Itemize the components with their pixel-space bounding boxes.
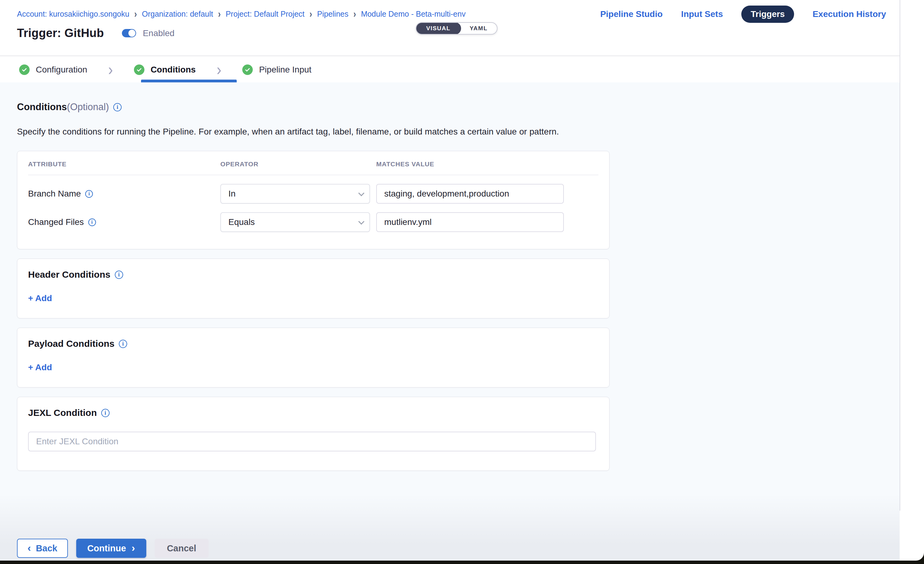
conditions-panel: Conditions (Optional) i Specify the cond… — [0, 82, 900, 561]
check-icon — [242, 64, 253, 75]
enabled-label: Enabled — [143, 28, 175, 38]
pipeline-top-nav: Pipeline Studio Input Sets Triggers Exec… — [600, 6, 886, 23]
payload-conditions-title: Payload Conditions — [28, 339, 114, 349]
jexl-condition-title: JEXL Condition — [28, 408, 97, 418]
breadcrumb: Account: kurosakiichigo.songoku › Organi… — [17, 9, 466, 19]
tab-label: Configuration — [36, 65, 87, 75]
continue-button-label: Continue — [87, 543, 126, 554]
nav-input-sets[interactable]: Input Sets — [681, 9, 723, 19]
conditions-description: Specify the conditions for running the P… — [17, 127, 900, 136]
toggle-knob — [128, 30, 135, 37]
tab-label: Conditions — [151, 65, 196, 75]
breadcrumb-separator-icon: › — [218, 8, 220, 20]
selected-operator: In — [228, 189, 236, 199]
check-icon — [19, 64, 30, 75]
conditions-heading: Conditions — [17, 102, 67, 112]
nav-triggers-active[interactable]: Triggers — [741, 6, 794, 23]
trigger-title-row: Trigger: GitHub Enabled — [17, 27, 174, 40]
back-button[interactable]: ‹ Back — [17, 539, 68, 558]
jexl-condition-input[interactable] — [28, 432, 596, 452]
breadcrumb-separator-icon: › — [353, 8, 356, 20]
back-button-label: Back — [36, 543, 57, 554]
nav-pipeline-studio[interactable]: Pipeline Studio — [600, 9, 663, 19]
column-header-attribute: ATTRIBUTE — [28, 160, 220, 168]
yaml-segment[interactable]: YAML — [460, 23, 497, 34]
visual-yaml-toggle: VISUAL YAML — [416, 22, 498, 34]
conditions-table-card: ATTRIBUTE OPERATOR MATCHES VALUE Branch … — [17, 151, 609, 249]
cancel-button[interactable]: Cancel — [154, 539, 208, 558]
breadcrumb-separator-icon: › — [134, 8, 137, 20]
conditions-heading-row: Conditions (Optional) i — [17, 102, 900, 112]
add-header-condition-button[interactable]: + Add — [28, 293, 52, 303]
tab-configuration[interactable]: Configuration — [19, 64, 87, 75]
branch-name-label: Branch Name i — [28, 189, 220, 199]
tab-pipeline-input[interactable]: Pipeline Input — [242, 64, 311, 75]
info-icon[interactable]: i — [88, 219, 96, 226]
header-conditions-title: Header Conditions — [28, 269, 111, 280]
info-icon[interactable]: i — [113, 103, 122, 111]
branch-name-operator-select[interactable]: In — [220, 184, 370, 204]
info-icon[interactable]: i — [101, 409, 110, 417]
active-tab-underline — [141, 80, 237, 82]
breadcrumb-pipeline-name[interactable]: Module Demo - Beta-multi-env — [361, 10, 466, 18]
header-conditions-card: Header Conditions i + Add — [17, 258, 609, 318]
changed-files-label: Changed Files i — [28, 217, 220, 227]
column-header-matches-value: MATCHES VALUE — [376, 160, 598, 168]
payload-conditions-card: Payload Conditions i + Add — [17, 328, 609, 387]
chevron-left-icon: ‹ — [27, 542, 31, 553]
changed-files-value-input[interactable] — [376, 212, 564, 232]
page-title: Trigger: GitHub — [17, 27, 104, 40]
right-panel-divider — [900, 0, 900, 511]
jexl-condition-card: JEXL Condition i — [17, 397, 609, 471]
info-icon[interactable]: i — [119, 340, 127, 348]
selected-operator: Equals — [228, 217, 255, 227]
visual-segment[interactable]: VISUAL — [416, 22, 461, 34]
wizard-footer: ‹ Back Continue › Cancel — [0, 494, 900, 561]
check-icon — [134, 64, 144, 75]
breadcrumb-organization[interactable]: Organization: default — [142, 10, 213, 18]
tab-label: Pipeline Input — [259, 65, 311, 75]
breadcrumb-project[interactable]: Project: Default Project — [226, 10, 304, 18]
cancel-button-label: Cancel — [167, 543, 196, 554]
conditions-optional-label: (Optional) — [67, 102, 109, 112]
chevron-right-icon: › — [108, 62, 113, 78]
breadcrumb-pipelines[interactable]: Pipelines — [317, 10, 348, 18]
nav-execution-history[interactable]: Execution History — [813, 9, 886, 19]
attribute-label: Changed Files — [28, 217, 84, 227]
app-window: Account: kurosakiichigo.songoku › Organi… — [0, 0, 924, 561]
attribute-label: Branch Name — [28, 189, 81, 199]
chevron-down-icon — [358, 190, 364, 196]
column-header-operator: OPERATOR — [220, 160, 376, 168]
info-icon[interactable]: i — [115, 271, 123, 279]
page-header: Account: kurosakiichigo.songoku › Organi… — [0, 0, 900, 56]
chevron-down-icon — [358, 219, 364, 225]
branch-name-value-input[interactable] — [376, 184, 564, 204]
changed-files-operator-select[interactable]: Equals — [220, 212, 370, 232]
chevron-right-icon: › — [132, 542, 135, 553]
add-payload-condition-button[interactable]: + Add — [28, 363, 52, 372]
tab-conditions[interactable]: Conditions — [134, 64, 196, 75]
continue-button[interactable]: Continue › — [76, 539, 146, 558]
enabled-toggle[interactable] — [122, 29, 136, 38]
info-icon[interactable]: i — [85, 190, 93, 198]
breadcrumb-account[interactable]: Account: kurosakiichigo.songoku — [17, 10, 129, 18]
wizard-tab-bar: Configuration › Conditions › Pipeline In… — [0, 57, 900, 82]
breadcrumb-separator-icon: › — [309, 8, 312, 20]
chevron-right-icon: › — [217, 62, 221, 78]
